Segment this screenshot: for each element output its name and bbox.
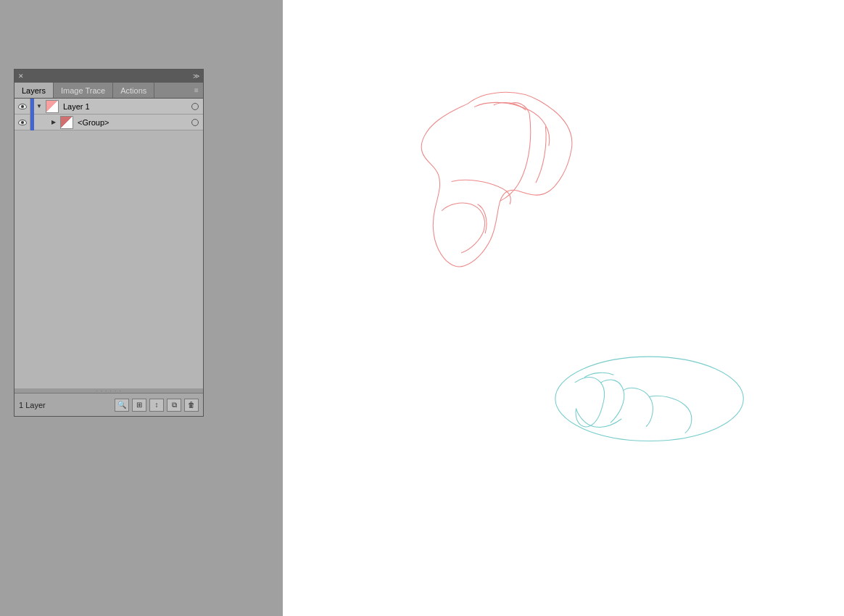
group-row[interactable]: ▶ <Group> — [15, 115, 203, 130]
layer-target-button[interactable] — [187, 99, 203, 115]
new-layer-icon: ⊞ — [136, 401, 142, 409]
move-icon: ↕ — [155, 401, 159, 409]
trash-icon: 🗑 — [188, 401, 195, 409]
empty-layers-area — [15, 130, 203, 384]
tab-actions[interactable]: Actions — [113, 83, 154, 98]
target-circle-icon — [191, 119, 199, 126]
layers-panel: ✕ ≫ Layers Image Trace Actions ≡ — [14, 69, 204, 417]
eye-icon — [18, 104, 27, 109]
new-layer-button[interactable]: ⊞ — [132, 399, 146, 412]
eye-icon — [18, 120, 27, 125]
layer-row[interactable]: ▼ Layer 1 — [15, 99, 203, 115]
panel-menu-button[interactable]: ≡ — [190, 83, 203, 98]
tab-bar: Layers Image Trace Actions ≡ — [15, 83, 203, 99]
layer-expand-arrow[interactable]: ▼ — [34, 99, 44, 115]
teal-shape-group — [555, 357, 743, 441]
sidebar: ✕ ≫ Layers Image Trace Actions ≡ — [0, 0, 218, 616]
layers-list: ▼ Layer 1 ▶ <Group> — [15, 99, 203, 388]
group-color-indicator — [30, 115, 34, 130]
group-visibility-toggle[interactable] — [15, 115, 30, 130]
layer-name: Layer 1 — [60, 102, 187, 111]
tab-image-trace[interactable]: Image Trace — [54, 83, 113, 98]
panel-titlebar: ✕ ≫ — [15, 70, 203, 83]
group-thumbnail — [60, 116, 73, 129]
delete-layer-button[interactable]: 🗑 — [184, 399, 199, 412]
artboard — [283, 0, 844, 616]
tab-layers[interactable]: Layers — [15, 83, 54, 98]
panel-bottom-icons: 🔍 ⊞ ↕ ⧉ 🗑 — [115, 399, 199, 412]
panel-close-button[interactable]: ✕ — [17, 72, 25, 80]
layer-visibility-toggle[interactable] — [15, 99, 30, 115]
duplicate-icon: ⧉ — [172, 401, 177, 409]
group-target-button[interactable] — [187, 115, 203, 130]
artwork-canvas — [283, 0, 844, 616]
target-circle-icon — [191, 103, 199, 110]
svg-point-0 — [555, 357, 743, 441]
panel-expand-button[interactable]: ≫ — [191, 72, 200, 80]
layer-thumbnail — [46, 100, 59, 113]
move-to-layer-button[interactable]: ↕ — [149, 399, 164, 412]
pink-shape-group — [421, 92, 572, 267]
search-layers-button[interactable]: 🔍 — [115, 399, 129, 412]
group-name: <Group> — [75, 118, 187, 127]
canvas-area — [218, 0, 844, 616]
duplicate-layer-button[interactable]: ⧉ — [167, 399, 181, 412]
group-expand-arrow[interactable]: ▶ — [49, 115, 59, 130]
layer-count-label: 1 Layer — [19, 401, 46, 409]
search-icon: 🔍 — [117, 401, 126, 409]
panel-bottom-toolbar: 1 Layer 🔍 ⊞ ↕ ⧉ 🗑 — [15, 393, 203, 416]
